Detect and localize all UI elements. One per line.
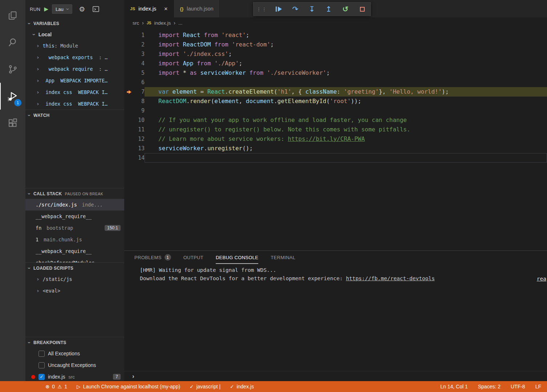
close-icon[interactable]: ✕ — [164, 6, 168, 12]
breakpoint-gutter[interactable] — [124, 134, 134, 144]
breakpoint-gutter[interactable] — [124, 78, 134, 87]
line-number[interactable]: 12 — [134, 134, 145, 144]
step-into-button[interactable]: ↧ — [307, 4, 317, 14]
line-number[interactable]: 8 — [134, 97, 145, 106]
cursor-position[interactable]: Ln 14, Col 1 — [440, 384, 468, 389]
breadcrumb-symbol[interactable]: ... — [178, 20, 182, 26]
step-over-button[interactable]: ↷ — [291, 4, 300, 14]
code-line[interactable]: 6 — [124, 78, 547, 87]
file-status[interactable]: ✓ index.js — [230, 384, 254, 389]
call-stack-frame[interactable]: __webpack_require__ — [25, 211, 124, 222]
line-number[interactable]: 6 — [134, 78, 145, 87]
section-header-call-stack[interactable]: › CALL STACK PAUSED ON BREAK — [25, 188, 124, 199]
console-truncated-link[interactable]: rea — [537, 275, 546, 283]
debug-current-line-arrow-icon[interactable] — [124, 87, 134, 97]
breakpoint-row[interactable]: Uncaught Exceptions — [25, 359, 124, 371]
editor-tab-index-js[interactable]: JSindex.js✕ — [124, 0, 174, 17]
call-stack-frame[interactable]: 1main.chunk.js — [25, 234, 124, 245]
line-number[interactable]: 1 — [134, 30, 145, 40]
source-control-icon[interactable] — [0, 56, 25, 83]
launch-config-select[interactable]: Lau › — [52, 4, 72, 14]
extensions-icon[interactable] — [0, 110, 25, 136]
gear-icon[interactable]: ⚙ — [79, 5, 85, 13]
line-number[interactable]: 9 — [134, 106, 145, 115]
breakpoint-gutter[interactable] — [124, 68, 134, 78]
editor-tab-launch-json[interactable]: {}launch.json — [174, 0, 219, 17]
breakpoint-gutter[interactable] — [124, 59, 134, 68]
breakpoint-gutter[interactable] — [124, 106, 134, 115]
section-header-breakpoints[interactable]: › BREAKPOINTS — [25, 337, 124, 348]
language-status[interactable]: ✓ javascript | — [190, 384, 220, 389]
call-stack-frame[interactable]: ./src/index.jsinde... — [25, 199, 124, 211]
code-line[interactable]: 5import * as serviceWorker from './servi… — [124, 68, 547, 78]
section-header-watch[interactable]: › WATCH — [25, 110, 124, 121]
launch-configuration-status[interactable]: ▷ Launch Chrome against localhost (my-ap… — [77, 384, 180, 389]
line-number[interactable]: 5 — [134, 68, 145, 78]
step-out-button[interactable]: ↥ — [324, 4, 333, 14]
code-editor[interactable]: 1import React from 'react';2import React… — [124, 28, 547, 250]
call-stack-frame[interactable]: checkDeferredModules — [25, 257, 124, 262]
breakpoint-gutter[interactable] — [124, 125, 134, 134]
console-link[interactable]: https://fb.me/react-devtools — [346, 275, 434, 281]
stop-button[interactable] — [357, 4, 367, 14]
debug-console-panel-icon[interactable] — [92, 5, 100, 13]
code-line[interactable]: 1import React from 'react'; — [124, 30, 547, 40]
section-header-loaded-scripts[interactable]: › LOADED SCRIPTS — [25, 262, 124, 273]
line-number[interactable]: 10 — [134, 115, 145, 125]
breakpoint-checkbox[interactable]: ✓ — [39, 374, 45, 380]
explorer-icon[interactable] — [0, 2, 25, 29]
breakpoint-checkbox[interactable] — [39, 351, 45, 357]
breadcrumb-folder[interactable]: src — [133, 20, 139, 26]
breakpoint-gutter[interactable] — [124, 115, 134, 125]
loaded-script-row[interactable]: ›/static/js — [25, 273, 124, 285]
problems-status[interactable]: ⊗ 0 ⚠ 1 — [45, 384, 67, 389]
line-number[interactable]: 11 — [134, 125, 145, 134]
restart-button[interactable]: ↺ — [341, 4, 350, 14]
code-link[interactable]: https://bit.ly/CRA-PWA — [288, 135, 365, 142]
line-number[interactable]: 2 — [134, 40, 145, 49]
code-line[interactable]: 2import ReactDOM from 'react-dom'; — [124, 40, 547, 49]
line-number[interactable]: 4 — [134, 59, 145, 68]
end-of-line[interactable]: LF — [535, 384, 541, 389]
breakpoint-checkbox[interactable] — [39, 362, 45, 368]
search-icon[interactable] — [0, 29, 25, 56]
drag-handle-icon[interactable]: ⋮⋮ — [257, 4, 267, 14]
breakpoint-gutter[interactable] — [124, 40, 134, 49]
code-line[interactable]: 8ReactDOM.render(element, document.getEl… — [124, 97, 547, 106]
panel-tab-problems[interactable]: PROBLEMS1 — [134, 251, 171, 264]
start-debugging-button[interactable]: ▶ — [44, 6, 48, 12]
breakpoint-gutter[interactable] — [124, 30, 134, 40]
panel-tab-output[interactable]: OUTPUT — [183, 251, 203, 264]
breakpoint-row[interactable]: ✓index.jssrc7 — [25, 371, 124, 381]
panel-tab-debug-console[interactable]: DEBUG CONSOLE — [216, 251, 258, 264]
encoding[interactable]: UTF-8 — [511, 384, 525, 389]
variable-row[interactable]: ›_App__WEBPACK_IMPORTE… — [25, 75, 124, 86]
variable-row[interactable]: ›__webpack_exports__: … — [25, 52, 124, 63]
code-line[interactable]: 7var element = React.createElement('h1',… — [124, 87, 547, 97]
indentation[interactable]: Spaces: 2 — [478, 384, 501, 389]
code-line[interactable]: 14 — [124, 153, 547, 163]
breakpoint-gutter[interactable] — [124, 49, 134, 59]
panel-tab-terminal[interactable]: TERMINAL — [271, 251, 295, 264]
breakpoint-row[interactable]: All Exceptions — [25, 348, 124, 359]
breakpoint-gutter[interactable] — [124, 144, 134, 153]
variable-row[interactable]: ›_index_css__WEBPACK_I… — [25, 86, 124, 98]
code-line[interactable]: 12// Learn more about service workers: h… — [124, 134, 547, 144]
loaded-script-row[interactable]: ›<eval> — [25, 285, 124, 297]
variable-row[interactable]: ›this: Module — [25, 40, 124, 52]
breadcrumb-file[interactable]: index.js — [154, 20, 171, 26]
breakpoint-gutter[interactable] — [124, 97, 134, 106]
debug-console-input[interactable]: › — [124, 371, 547, 381]
code-line[interactable]: 13serviceWorker.unregister(); — [124, 144, 547, 153]
line-number[interactable]: 14 — [134, 153, 145, 163]
variable-row[interactable]: ›__webpack_require__: … — [25, 63, 124, 75]
code-line[interactable]: 11// unregister() to register() below. N… — [124, 125, 547, 134]
line-number[interactable]: 13 — [134, 144, 145, 153]
breakpoint-gutter[interactable] — [124, 153, 134, 163]
line-number[interactable]: 3 — [134, 49, 145, 59]
code-line[interactable]: 4import App from './App'; — [124, 59, 547, 68]
call-stack-frame[interactable]: fnbootstrap150:1 — [25, 222, 124, 234]
code-line[interactable]: 10// If you want your app to work offlin… — [124, 115, 547, 125]
section-header-variables[interactable]: › VARIABLES — [25, 18, 124, 29]
call-stack-frame[interactable]: __webpack_require__ — [25, 245, 124, 257]
